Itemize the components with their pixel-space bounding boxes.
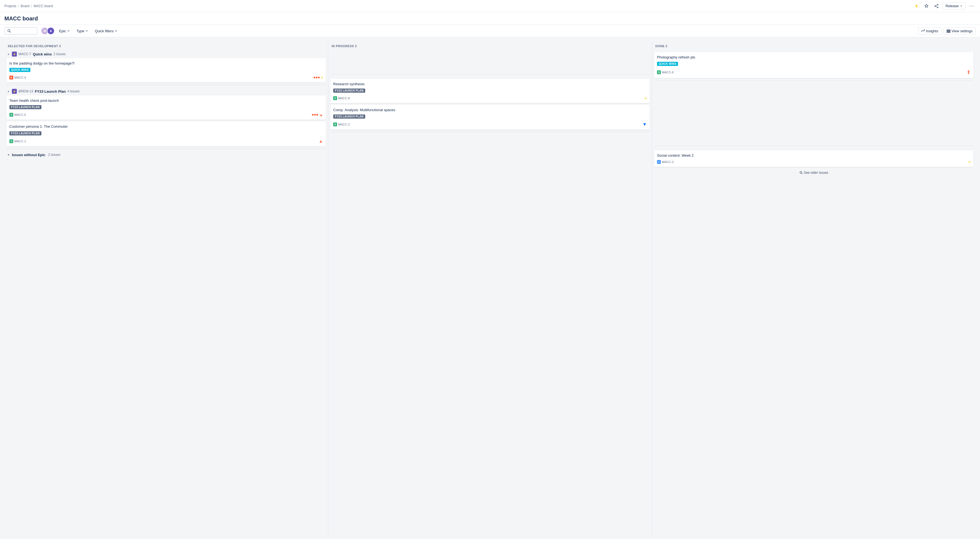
card-macc4-footer: B MACC-4 ≡ <box>10 75 323 80</box>
card-macc3-id: ✓ MACC-3 <box>657 160 674 164</box>
star-icon-btn[interactable] <box>923 2 930 10</box>
card-macc6-footer: S MACC-6 ⬆ <box>657 69 970 75</box>
card-macc4-id: B MACC-4 <box>10 76 26 79</box>
breadcrumb-board[interactable]: Board <box>21 4 30 8</box>
page-title: MACC board <box>5 14 975 25</box>
more-options-button[interactable]: ··· <box>968 2 975 10</box>
column-done-header: DONE 2 <box>652 42 975 50</box>
page-header: MACC board <box>0 12 980 25</box>
card-macc1[interactable]: Customer persona 1: The Commuter FY23 LA… <box>6 121 326 146</box>
priority-dots-macc5 <box>312 114 318 116</box>
epic-filter-button[interactable]: Epic <box>57 28 72 34</box>
divider-ip-2 <box>331 132 649 132</box>
svg-point-1 <box>937 7 938 8</box>
view-settings-button[interactable]: View settings <box>943 27 975 35</box>
quickfilter-chevron-icon <box>115 30 117 32</box>
insights-label: Insights <box>926 29 938 33</box>
card-macc6[interactable]: Photography refresh pls QUICK WINS S MAC… <box>654 52 974 78</box>
breadcrumb-macc[interactable]: MACC board <box>34 4 53 8</box>
avatar-2[interactable]: A <box>47 27 55 35</box>
see-older-issues[interactable]: See older issues <box>654 168 974 177</box>
lightning-icon-btn[interactable] <box>913 2 920 10</box>
column-selected-content: ▾ ⚡ MACC-7 Quick wins 2 issues Is the pa… <box>5 50 328 178</box>
board: SELECTED FOR DEVELOPMENT 3 ▾ ⚡ MACC-7 Qu… <box>0 37 980 539</box>
type-filter-label: Type <box>76 29 84 33</box>
release-label: Release <box>945 4 959 8</box>
priority-lines-macc8: ≡ <box>644 96 647 100</box>
story-icon-macc2: S <box>333 122 337 126</box>
search-icon <box>7 29 11 33</box>
svg-point-13 <box>800 171 802 173</box>
search-input[interactable] <box>12 29 34 33</box>
divider-done-2 <box>654 146 974 146</box>
priority-lines-macc3: ≡ <box>969 160 970 164</box>
card-macc8[interactable]: Research synthesis FY23 LAUNCH PLAN S MA… <box>331 79 649 103</box>
issues-without-epic-header[interactable]: ▾ Issues without Epic 2 issues <box>6 151 326 159</box>
no-epic-selected-empty <box>6 159 326 175</box>
chevron-down-macc2: ▼ <box>643 122 647 127</box>
card-macc6-code: MACC-6 <box>662 71 674 74</box>
card-macc4[interactable]: Is the padding dodgy on the homepage?! Q… <box>6 58 326 82</box>
card-macc8-title: Research synthesis <box>333 82 647 87</box>
priority-lines-macc4: ≡ <box>321 75 323 80</box>
type-filter-button[interactable]: Type <box>74 28 90 34</box>
card-macc5-code: MACC-5 <box>14 113 26 116</box>
epic-header-quickwins[interactable]: ▾ ⚡ MACC-7 Quick wins 2 issues <box>6 50 326 58</box>
card-macc8-footer: S MACC-8 ≡ <box>333 96 647 100</box>
svg-line-3 <box>935 5 937 6</box>
dot-red3 <box>318 77 320 78</box>
fy23-ip-spacer <box>331 77 649 79</box>
release-button[interactable]: Release <box>942 3 966 10</box>
bug-icon: B <box>10 76 13 79</box>
epic-fy23-id: BREW-13 <box>19 89 33 93</box>
top-bar: Projects / Board / MACC board Release <box>0 0 980 12</box>
card-macc5-actions: ▲ <box>312 113 323 117</box>
task-icon-macc3: ✓ <box>657 160 661 164</box>
card-macc8-id: S MACC-8 <box>333 96 350 100</box>
card-macc5-title: Team health check post-launch <box>10 98 323 103</box>
share-icon <box>934 4 939 8</box>
card-macc3-title: Social content: Week 2 <box>657 153 970 158</box>
svg-point-0 <box>937 4 938 5</box>
story-icon-macc1: S <box>10 139 13 143</box>
epic-header-fy23[interactable]: ▾ ⚡ BREW-13 FY23 Launch Plan 4 issues <box>6 87 326 95</box>
card-macc3-actions: ≡ <box>969 160 970 164</box>
card-macc4-title: Is the padding dodgy on the homepage?! <box>10 61 323 66</box>
card-macc1-actions: ▲ <box>318 139 323 144</box>
epic-group-fy23-done <box>654 83 974 143</box>
svg-point-11 <box>949 31 950 32</box>
column-selected: SELECTED FOR DEVELOPMENT 3 ▾ ⚡ MACC-7 Qu… <box>5 42 328 536</box>
epic-quickwins-chevron: ▾ <box>8 53 9 56</box>
search-box[interactable] <box>5 27 38 35</box>
svg-line-4 <box>935 6 937 7</box>
epic-fy23-name: FY23 Launch Plan <box>35 89 66 94</box>
divider-done-1 <box>654 80 974 81</box>
story-icon-macc8: S <box>333 96 337 100</box>
quickwins-done-spacer <box>654 50 974 52</box>
card-macc2[interactable]: Comp. Analysis: Multifunctional spaces F… <box>331 105 649 130</box>
quickwins-ip-empty <box>331 50 649 72</box>
insights-button[interactable]: Insights <box>918 27 941 35</box>
column-selected-header: SELECTED FOR DEVELOPMENT 3 <box>5 42 328 50</box>
card-macc5[interactable]: Team health check post-launch FY23 LAUNC… <box>6 95 326 120</box>
share-icon-btn[interactable] <box>932 2 940 10</box>
chevron-up-macc1: ▲ <box>318 139 323 144</box>
epic-chevron-icon <box>67 30 70 32</box>
chevron-up-macc6: ⬆ <box>966 69 970 75</box>
view-settings-icon <box>947 29 950 33</box>
svg-point-2 <box>935 6 935 6</box>
epic-quickwins-count: 2 issues <box>54 52 66 56</box>
top-bar-right: Release ··· <box>913 2 975 10</box>
column-done-content: Photography refresh pls QUICK WINS S MAC… <box>652 50 975 179</box>
card-macc6-tag: QUICK WINS <box>657 62 678 66</box>
card-macc6-title: Photography refresh pls <box>657 55 970 60</box>
epic-quickwins-id: MACC-7 <box>19 52 31 56</box>
card-macc2-actions: ▼ <box>643 122 647 127</box>
column-done: DONE 2 Photography refresh pls QUICK WIN… <box>652 42 975 536</box>
quick-filters-button[interactable]: Quick filters <box>92 28 119 34</box>
card-macc3[interactable]: Social content: Week 2 ✓ MACC-3 ≡ <box>654 151 974 167</box>
breadcrumb-projects[interactable]: Projects <box>5 4 16 8</box>
chevron-down-icon <box>960 5 963 8</box>
avatar-group: M A <box>41 27 55 35</box>
column-inprogress-header: IN PROGRESS 3 <box>328 42 652 50</box>
